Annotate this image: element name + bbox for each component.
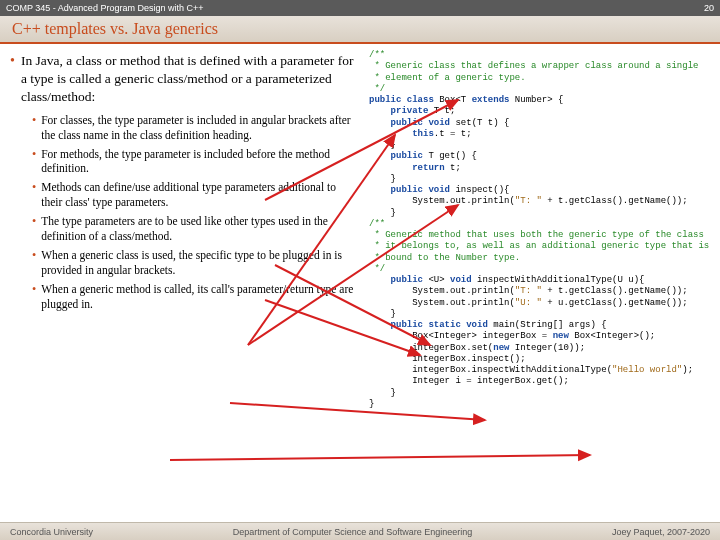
- sub-bullet: •When a generic method is called, its ca…: [32, 282, 355, 312]
- footer: Concordia University Department of Compu…: [0, 522, 720, 540]
- code-line: }: [369, 174, 712, 185]
- sub-bullet: •The type parameters are to be used like…: [32, 214, 355, 244]
- code-line: * it belongs to, as well as an additiona…: [369, 241, 712, 252]
- code-line: }: [369, 399, 712, 410]
- code-line: public T get() {: [369, 151, 712, 162]
- code-line: System.out.println("U: " + u.getClass().…: [369, 298, 712, 309]
- code-block: /** * Generic class that defines a wrapp…: [365, 44, 720, 522]
- code-line: }: [369, 140, 712, 151]
- code-line: return t;: [369, 163, 712, 174]
- title-bar: C++ templates vs. Java generics: [0, 16, 720, 44]
- sub-bullet-text: Methods can define/use additional type p…: [41, 180, 355, 210]
- code-line: }: [369, 388, 712, 399]
- code-line: Integer i = integerBox.get();: [369, 376, 712, 387]
- content-area: • In Java, a class or method that is def…: [0, 44, 720, 522]
- sub-bullet: •For methods, the type parameter is incl…: [32, 147, 355, 177]
- code-line: integerBox.set(new Integer(10));: [369, 343, 712, 354]
- code-line: public static void main(String[] args) {: [369, 320, 712, 331]
- sub-bullet-list: •For classes, the type parameter is incl…: [10, 113, 355, 312]
- footer-left: Concordia University: [10, 527, 93, 537]
- bullet-icon: •: [10, 52, 15, 107]
- course-label: COMP 345 - Advanced Program Design with …: [6, 3, 203, 13]
- sub-bullet: •Methods can define/use additional type …: [32, 180, 355, 210]
- sub-bullet: •When a generic class is used, the speci…: [32, 248, 355, 278]
- bullet-icon: •: [32, 147, 36, 177]
- code-line: public <U> void inspectWithAdditionalTyp…: [369, 275, 712, 286]
- code-line: System.out.println("T: " + t.getClass().…: [369, 196, 712, 207]
- slide-title: C++ templates vs. Java generics: [12, 20, 218, 38]
- sub-bullet-text: When a generic class is used, the specif…: [41, 248, 355, 278]
- code-line: */: [369, 84, 712, 95]
- code-line: public void set(T t) {: [369, 118, 712, 129]
- code-line: System.out.println("T: " + t.getClass().…: [369, 286, 712, 297]
- main-bullet: • In Java, a class or method that is def…: [10, 52, 355, 107]
- code-line: */: [369, 264, 712, 275]
- left-column: • In Java, a class or method that is def…: [0, 44, 365, 522]
- page-number: 20: [704, 3, 714, 13]
- code-line: Box<Integer> integerBox = new Box<Intege…: [369, 331, 712, 342]
- code-line: /**: [369, 50, 712, 61]
- code-line: * Generic class that defines a wrapper c…: [369, 61, 712, 72]
- bullet-icon: •: [32, 214, 36, 244]
- code-line: this.t = t;: [369, 129, 712, 140]
- sub-bullet: •For classes, the type parameter is incl…: [32, 113, 355, 143]
- code-line: public class Box<T extends Number> {: [369, 95, 712, 106]
- bullet-icon: •: [32, 248, 36, 278]
- code-line: * element of a generic type.: [369, 73, 712, 84]
- sub-bullet-text: For methods, the type parameter is inclu…: [41, 147, 355, 177]
- bullet-icon: •: [32, 282, 36, 312]
- sub-bullet-text: The type parameters are to be used like …: [41, 214, 355, 244]
- bullet-icon: •: [32, 180, 36, 210]
- code-line: integerBox.inspectWithAdditionalType("He…: [369, 365, 712, 376]
- code-line: * bound to the Number type.: [369, 253, 712, 264]
- top-bar: COMP 345 - Advanced Program Design with …: [0, 0, 720, 16]
- main-text: In Java, a class or method that is defin…: [21, 52, 355, 107]
- code-line: public void inspect(){: [369, 185, 712, 196]
- code-line: integerBox.inspect();: [369, 354, 712, 365]
- footer-center: Department of Computer Science and Softw…: [233, 527, 473, 537]
- sub-bullet-text: When a generic method is called, its cal…: [41, 282, 355, 312]
- code-line: private T t;: [369, 106, 712, 117]
- code-line: * Generic method that uses both the gene…: [369, 230, 712, 241]
- bullet-icon: •: [32, 113, 36, 143]
- sub-bullet-text: For classes, the type parameter is inclu…: [41, 113, 355, 143]
- code-line: /**: [369, 219, 712, 230]
- code-line: }: [369, 208, 712, 219]
- code-line: }: [369, 309, 712, 320]
- footer-right: Joey Paquet, 2007-2020: [612, 527, 710, 537]
